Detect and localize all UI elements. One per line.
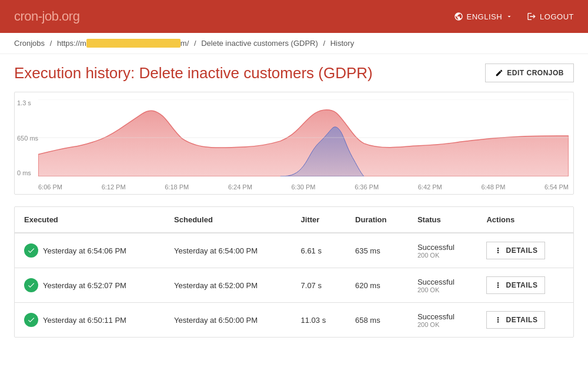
y-label-mid: 650 ms [17, 135, 38, 142]
status-block-2: Successful 200 OK [417, 312, 468, 328]
chevron-down-icon [506, 13, 513, 20]
success-icon-1 [24, 278, 38, 292]
chart-y-labels: 1.3 s 650 ms 0 ms [17, 99, 38, 176]
col-jitter: Jitter [292, 207, 346, 233]
cell-jitter-2: 11.03 s [292, 303, 346, 338]
language-label: ENGLISH [467, 12, 503, 21]
execution-chart: 1.3 s 650 ms 0 ms [14, 92, 574, 195]
cell-status-2: Successful 200 OK [408, 303, 477, 338]
col-actions: Actions [477, 207, 573, 233]
x-label-0: 6:06 PM [38, 183, 62, 191]
table-header-row: Executed Scheduled Jitter Duration Statu… [15, 207, 573, 233]
main-content: Execution history: Delete inactive custo… [0, 54, 588, 352]
more-vert-icon [494, 246, 502, 255]
logout-label: LOGOUT [540, 12, 574, 21]
status-block-0: Successful 200 OK [417, 243, 468, 259]
checkmark-icon [27, 316, 35, 324]
breadcrumb-current: History [330, 39, 354, 48]
cell-actions-1: DETAILS [477, 268, 573, 303]
duration-value-0: 635 ms [355, 246, 380, 255]
cell-jitter-1: 7.07 s [292, 268, 346, 303]
checkmark-icon [27, 281, 35, 289]
logout-icon [527, 12, 536, 21]
chart-svg [38, 99, 569, 176]
executed-time-1: Yesterday at 6:52:07 PM [43, 281, 126, 290]
header: cron-job.org ENGLISH LOGOUT [0, 0, 588, 33]
col-duration: Duration [346, 207, 408, 233]
cell-duration-1: 620 ms [346, 268, 408, 303]
chart-x-labels: 6:06 PM 6:12 PM 6:18 PM 6:24 PM 6:30 PM … [38, 183, 569, 191]
cell-duration-2: 658 ms [346, 303, 408, 338]
jitter-value-2: 11.03 s [301, 316, 326, 325]
cell-duration-0: 635 ms [346, 233, 408, 268]
x-label-1: 6:12 PM [102, 183, 126, 191]
logo-suffix: .org [58, 9, 79, 24]
edit-btn-label: EDIT CRONJOB [507, 69, 564, 77]
breadcrumb: Cronjobs / https://mXXXXXXXXXXXXXXXXXXm/… [0, 33, 588, 54]
scheduled-time-0: Yesterday at 6:54:00 PM [174, 246, 258, 255]
details-button-0[interactable]: DETAILS [486, 242, 545, 259]
scheduled-time-1: Yesterday at 6:52:00 PM [174, 281, 258, 290]
header-right: ENGLISH LOGOUT [454, 12, 574, 21]
checkmark-icon [27, 246, 35, 255]
table-row: Yesterday at 6:50:11 PM Yesterday at 6:5… [15, 303, 573, 338]
duration-value-2: 658 ms [355, 316, 380, 325]
globe-icon [454, 12, 463, 21]
language-selector[interactable]: ENGLISH [454, 12, 513, 21]
x-label-7: 6:48 PM [481, 183, 505, 191]
status-code-2: 200 OK [417, 321, 468, 328]
edit-icon [495, 69, 503, 77]
scheduled-time-2: Yesterday at 6:50:00 PM [174, 316, 258, 325]
y-label-top: 1.3 s [17, 99, 38, 106]
col-scheduled: Scheduled [165, 207, 291, 233]
cell-scheduled-1: Yesterday at 6:52:00 PM [165, 268, 291, 303]
history-table: Executed Scheduled Jitter Duration Statu… [15, 207, 573, 337]
cell-actions-0: DETAILS [477, 233, 573, 268]
logo-text: cron-job [14, 9, 58, 24]
breadcrumb-job[interactable]: Delete inactive customers (GDPR) [201, 39, 318, 48]
cell-jitter-0: 6.61 s [292, 233, 346, 268]
y-label-bottom: 0 ms [17, 169, 38, 176]
details-button-1[interactable]: DETAILS [486, 276, 545, 294]
x-label-4: 6:30 PM [292, 183, 316, 191]
breadcrumb-cronjobs[interactable]: Cronjobs [14, 39, 45, 48]
status-code-1: 200 OK [417, 286, 468, 293]
cell-executed-1: Yesterday at 6:52:07 PM [15, 268, 165, 303]
cell-status-0: Successful 200 OK [408, 233, 477, 268]
jitter-value-0: 6.61 s [301, 246, 322, 255]
x-label-2: 6:18 PM [165, 183, 189, 191]
page-header: Execution history: Delete inactive custo… [14, 64, 574, 82]
x-label-6: 6:42 PM [418, 183, 442, 191]
breadcrumb-url[interactable]: https://mXXXXXXXXXXXXXXXXXXm/ [57, 39, 189, 48]
x-label-8: 6:54 PM [544, 183, 569, 191]
jitter-value-1: 7.07 s [301, 281, 322, 290]
more-vert-icon [494, 316, 502, 324]
cell-status-1: Successful 200 OK [408, 268, 477, 303]
x-label-5: 6:36 PM [355, 183, 379, 191]
duration-value-1: 620 ms [355, 281, 380, 290]
page-title: Execution history: Delete inactive custo… [14, 64, 373, 82]
col-executed: Executed [15, 207, 165, 233]
status-text-0: Successful [417, 243, 468, 252]
status-text-1: Successful [417, 278, 468, 286]
cell-scheduled-0: Yesterday at 6:54:00 PM [165, 233, 291, 268]
executed-time-0: Yesterday at 6:54:06 PM [43, 246, 126, 255]
status-code-0: 200 OK [417, 252, 468, 259]
success-icon-2 [24, 313, 38, 327]
x-label-3: 6:24 PM [228, 183, 252, 191]
cell-executed-0: Yesterday at 6:54:06 PM [15, 233, 165, 268]
logo: cron-job.org [14, 9, 79, 24]
cell-actions-2: DETAILS [477, 303, 573, 338]
cell-scheduled-2: Yesterday at 6:50:00 PM [165, 303, 291, 338]
history-table-container: Executed Scheduled Jitter Duration Statu… [14, 206, 574, 338]
details-button-2[interactable]: DETAILS [486, 311, 545, 329]
edit-cronjob-button[interactable]: EDIT CRONJOB [485, 64, 574, 82]
status-block-1: Successful 200 OK [417, 278, 468, 293]
executed-time-2: Yesterday at 6:50:11 PM [43, 316, 126, 325]
status-text-2: Successful [417, 312, 468, 321]
cell-executed-2: Yesterday at 6:50:11 PM [15, 303, 165, 338]
success-icon-0 [24, 243, 38, 258]
table-row: Yesterday at 6:54:06 PM Yesterday at 6:5… [15, 233, 573, 268]
col-status: Status [408, 207, 477, 233]
logout-button[interactable]: LOGOUT [527, 12, 574, 21]
